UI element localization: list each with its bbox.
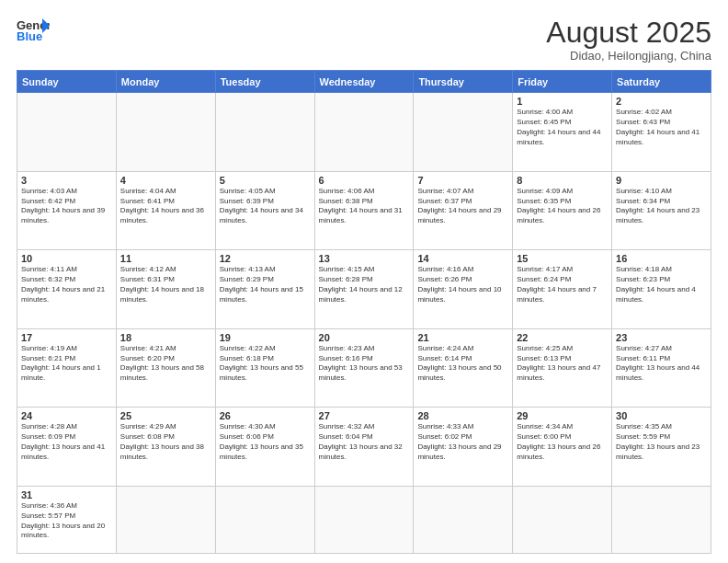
day-info: Sunrise: 4:29 AM Sunset: 6:08 PM Dayligh… (120, 422, 211, 462)
table-row: 28Sunrise: 4:33 AM Sunset: 6:02 PM Dayli… (414, 408, 513, 487)
day-info: Sunrise: 4:21 AM Sunset: 6:20 PM Dayligh… (120, 344, 211, 384)
header-wednesday: Wednesday (314, 71, 414, 93)
table-row (17, 93, 117, 172)
day-info: Sunrise: 4:16 AM Sunset: 6:26 PM Dayligh… (417, 265, 508, 304)
header-friday: Friday (513, 71, 612, 93)
day-number: 14 (417, 253, 508, 264)
day-number: 18 (120, 332, 211, 343)
day-info: Sunrise: 4:03 AM Sunset: 6:42 PM Dayligh… (21, 187, 112, 226)
table-row: 10Sunrise: 4:11 AM Sunset: 6:32 PM Dayli… (17, 250, 117, 329)
svg-text:Blue: Blue (17, 29, 42, 42)
day-number: 3 (21, 175, 112, 186)
table-row: 14Sunrise: 4:16 AM Sunset: 6:26 PM Dayli… (414, 250, 513, 329)
day-number: 27 (319, 410, 410, 421)
table-row: 12Sunrise: 4:13 AM Sunset: 6:29 PM Dayli… (215, 250, 314, 329)
header-monday: Monday (116, 71, 215, 93)
day-info: Sunrise: 4:06 AM Sunset: 6:38 PM Dayligh… (319, 187, 410, 226)
table-row: 20Sunrise: 4:23 AM Sunset: 6:16 PM Dayli… (314, 328, 414, 408)
month-title: August 2025 (546, 17, 711, 49)
table-row (314, 93, 414, 172)
day-number: 15 (517, 253, 608, 264)
day-number: 1 (517, 96, 608, 107)
header: General Blue August 2025 Didao, Heilongj… (17, 17, 711, 63)
table-row (116, 486, 215, 553)
day-number: 19 (220, 332, 311, 343)
day-info: Sunrise: 4:22 AM Sunset: 6:18 PM Dayligh… (220, 344, 311, 384)
day-info: Sunrise: 4:00 AM Sunset: 6:45 PM Dayligh… (517, 108, 608, 147)
day-info: Sunrise: 4:18 AM Sunset: 6:23 PM Dayligh… (616, 265, 707, 304)
day-info: Sunrise: 4:30 AM Sunset: 6:06 PM Dayligh… (220, 422, 311, 462)
day-number: 5 (220, 175, 311, 186)
table-row: 15Sunrise: 4:17 AM Sunset: 6:24 PM Dayli… (513, 250, 612, 329)
table-row (612, 486, 711, 553)
day-info: Sunrise: 4:09 AM Sunset: 6:35 PM Dayligh… (517, 187, 608, 226)
day-number: 2 (616, 96, 707, 107)
day-number: 17 (21, 332, 112, 343)
table-row: 27Sunrise: 4:32 AM Sunset: 6:04 PM Dayli… (314, 408, 414, 487)
table-row (314, 486, 414, 553)
day-number: 16 (616, 253, 707, 264)
table-row: 5Sunrise: 4:05 AM Sunset: 6:39 PM Daylig… (215, 171, 314, 250)
table-row (414, 93, 513, 172)
table-row: 8Sunrise: 4:09 AM Sunset: 6:35 PM Daylig… (513, 171, 612, 250)
day-info: Sunrise: 4:36 AM Sunset: 5:57 PM Dayligh… (21, 501, 112, 541)
day-number: 10 (21, 253, 112, 264)
day-number: 9 (616, 175, 707, 186)
header-sunday: Sunday (17, 71, 117, 93)
page: General Blue August 2025 Didao, Heilongj… (0, 0, 728, 563)
day-info: Sunrise: 4:34 AM Sunset: 6:00 PM Dayligh… (517, 422, 608, 462)
day-number: 4 (120, 175, 211, 186)
day-number: 31 (21, 489, 112, 500)
day-info: Sunrise: 4:17 AM Sunset: 6:24 PM Dayligh… (517, 265, 608, 304)
day-info: Sunrise: 4:05 AM Sunset: 6:39 PM Dayligh… (220, 187, 311, 226)
table-row: 17Sunrise: 4:19 AM Sunset: 6:21 PM Dayli… (17, 328, 117, 408)
day-number: 24 (21, 410, 112, 421)
table-row (215, 486, 314, 553)
day-info: Sunrise: 4:19 AM Sunset: 6:21 PM Dayligh… (21, 344, 112, 384)
table-row (116, 93, 215, 172)
day-number: 30 (616, 410, 707, 421)
day-number: 28 (417, 410, 508, 421)
day-number: 26 (220, 410, 311, 421)
table-row: 21Sunrise: 4:24 AM Sunset: 6:14 PM Dayli… (414, 328, 513, 408)
header-saturday: Saturday (612, 71, 711, 93)
generalblue-logo-icon: General Blue (17, 17, 50, 42)
table-row (414, 486, 513, 553)
day-number: 7 (417, 175, 508, 186)
day-number: 21 (417, 332, 508, 343)
table-row: 29Sunrise: 4:34 AM Sunset: 6:00 PM Dayli… (513, 408, 612, 487)
day-info: Sunrise: 4:25 AM Sunset: 6:13 PM Dayligh… (517, 344, 608, 384)
table-row: 24Sunrise: 4:28 AM Sunset: 6:09 PM Dayli… (17, 408, 117, 487)
table-row: 13Sunrise: 4:15 AM Sunset: 6:28 PM Dayli… (314, 250, 414, 329)
table-row: 7Sunrise: 4:07 AM Sunset: 6:37 PM Daylig… (414, 171, 513, 250)
day-info: Sunrise: 4:33 AM Sunset: 6:02 PM Dayligh… (417, 422, 508, 462)
day-info: Sunrise: 4:02 AM Sunset: 6:43 PM Dayligh… (616, 108, 707, 147)
day-info: Sunrise: 4:15 AM Sunset: 6:28 PM Dayligh… (319, 265, 410, 304)
day-number: 12 (220, 253, 311, 264)
day-number: 20 (319, 332, 410, 343)
day-info: Sunrise: 4:10 AM Sunset: 6:34 PM Dayligh… (616, 187, 707, 226)
table-row: 4Sunrise: 4:04 AM Sunset: 6:41 PM Daylig… (116, 171, 215, 250)
weekday-header-row: Sunday Monday Tuesday Wednesday Thursday… (17, 71, 711, 93)
logo: General Blue (17, 17, 50, 42)
table-row: 9Sunrise: 4:10 AM Sunset: 6:34 PM Daylig… (612, 171, 711, 250)
day-number: 25 (120, 410, 211, 421)
table-row: 11Sunrise: 4:12 AM Sunset: 6:31 PM Dayli… (116, 250, 215, 329)
day-number: 22 (517, 332, 608, 343)
table-row: 2Sunrise: 4:02 AM Sunset: 6:43 PM Daylig… (612, 93, 711, 172)
table-row: 26Sunrise: 4:30 AM Sunset: 6:06 PM Dayli… (215, 408, 314, 487)
day-info: Sunrise: 4:27 AM Sunset: 6:11 PM Dayligh… (616, 344, 707, 384)
day-info: Sunrise: 4:04 AM Sunset: 6:41 PM Dayligh… (120, 187, 211, 226)
day-info: Sunrise: 4:07 AM Sunset: 6:37 PM Dayligh… (417, 187, 508, 226)
day-number: 29 (517, 410, 608, 421)
day-info: Sunrise: 4:24 AM Sunset: 6:14 PM Dayligh… (417, 344, 508, 384)
location: Didao, Heilongjiang, China (546, 49, 711, 63)
day-number: 23 (616, 332, 707, 343)
table-row: 6Sunrise: 4:06 AM Sunset: 6:38 PM Daylig… (314, 171, 414, 250)
day-info: Sunrise: 4:23 AM Sunset: 6:16 PM Dayligh… (319, 344, 410, 384)
table-row: 19Sunrise: 4:22 AM Sunset: 6:18 PM Dayli… (215, 328, 314, 408)
day-info: Sunrise: 4:32 AM Sunset: 6:04 PM Dayligh… (319, 422, 410, 462)
table-row: 3Sunrise: 4:03 AM Sunset: 6:42 PM Daylig… (17, 171, 117, 250)
table-row: 23Sunrise: 4:27 AM Sunset: 6:11 PM Dayli… (612, 328, 711, 408)
table-row: 30Sunrise: 4:35 AM Sunset: 5:59 PM Dayli… (612, 408, 711, 487)
